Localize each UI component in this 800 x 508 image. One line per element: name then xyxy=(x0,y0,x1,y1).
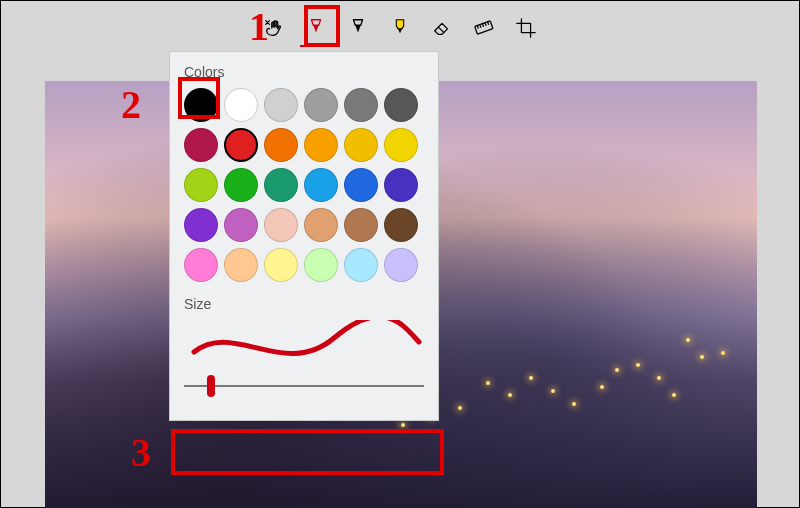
slider-track xyxy=(184,385,424,387)
color-swatch[interactable] xyxy=(344,88,378,122)
ruler-icon xyxy=(473,17,495,39)
highlighter-icon xyxy=(389,17,411,39)
color-swatch[interactable] xyxy=(344,248,378,282)
color-swatch[interactable] xyxy=(224,128,258,162)
crop-icon xyxy=(515,17,537,39)
color-swatch[interactable] xyxy=(224,248,258,282)
color-swatch[interactable] xyxy=(304,248,338,282)
color-swatch[interactable] xyxy=(384,208,418,242)
color-swatch[interactable] xyxy=(344,208,378,242)
color-swatch[interactable] xyxy=(264,88,298,122)
color-swatch[interactable] xyxy=(264,248,298,282)
color-swatch[interactable] xyxy=(304,128,338,162)
color-swatch[interactable] xyxy=(384,168,418,202)
stroke-preview xyxy=(184,320,424,362)
color-swatch[interactable] xyxy=(184,88,218,122)
touch-writing-tool[interactable] xyxy=(258,12,290,44)
size-heading: Size xyxy=(184,296,424,312)
color-swatch[interactable] xyxy=(184,128,218,162)
pencil-tool[interactable] xyxy=(342,12,374,44)
pen-options-panel: Colors Size xyxy=(169,51,439,421)
color-swatch[interactable] xyxy=(184,208,218,242)
eraser-tool[interactable] xyxy=(426,12,458,44)
app-window: Colors Size 1 2 3 xyxy=(0,0,800,508)
color-swatch[interactable] xyxy=(224,168,258,202)
colors-heading: Colors xyxy=(184,64,424,80)
color-swatch[interactable] xyxy=(184,168,218,202)
crop-tool[interactable] xyxy=(510,12,542,44)
color-swatch[interactable] xyxy=(344,168,378,202)
color-swatch[interactable] xyxy=(224,208,258,242)
color-swatch[interactable] xyxy=(224,88,258,122)
pencil-icon xyxy=(347,17,369,39)
color-swatch[interactable] xyxy=(264,168,298,202)
color-swatch[interactable] xyxy=(384,248,418,282)
pen-icon xyxy=(305,17,327,39)
color-swatch[interactable] xyxy=(384,128,418,162)
color-swatch[interactable] xyxy=(304,168,338,202)
ruler-tool[interactable] xyxy=(468,12,500,44)
markup-toolbar xyxy=(1,5,799,51)
ballpoint-pen-tool[interactable] xyxy=(300,12,332,44)
color-swatch[interactable] xyxy=(184,248,218,282)
slider-thumb[interactable] xyxy=(207,375,215,397)
color-swatch[interactable] xyxy=(344,128,378,162)
color-swatch[interactable] xyxy=(264,208,298,242)
eraser-icon xyxy=(431,17,453,39)
color-swatch[interactable] xyxy=(384,88,418,122)
color-swatch[interactable] xyxy=(264,128,298,162)
highlighter-tool[interactable] xyxy=(384,12,416,44)
color-swatch[interactable] xyxy=(304,208,338,242)
color-swatch-grid xyxy=(184,88,424,282)
color-swatch[interactable] xyxy=(304,88,338,122)
size-slider[interactable] xyxy=(184,370,424,402)
hand-pen-icon xyxy=(263,17,285,39)
